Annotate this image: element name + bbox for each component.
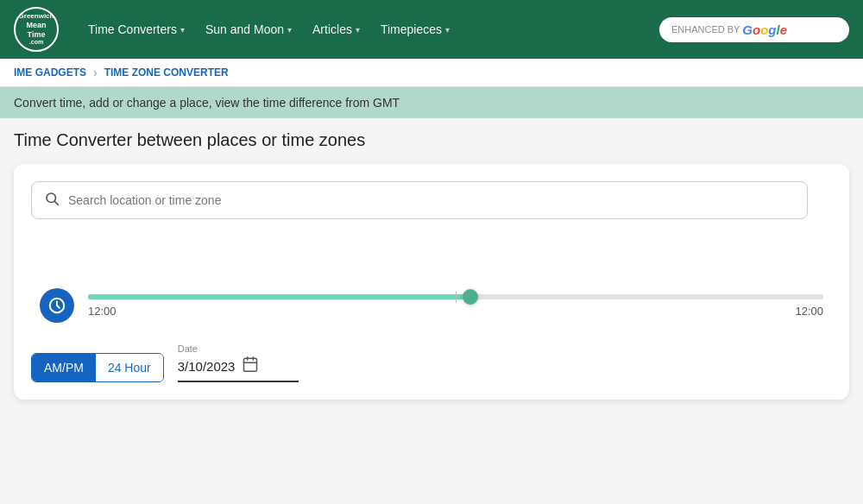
slider-track-wrap[interactable]: 12:00 12:00 [88, 294, 823, 318]
nav-item-time-converters[interactable]: Time Converters ▾ [79, 17, 193, 41]
nav-item-timepieces[interactable]: Timepieces ▾ [372, 17, 458, 41]
slider-thumb[interactable] [463, 289, 478, 305]
date-label: Date [178, 343, 299, 354]
calendar-icon[interactable] [242, 356, 259, 377]
main-nav: Time Converters ▾ Sun and Moon ▾ Article… [79, 17, 659, 41]
location-search-row [31, 181, 808, 219]
slider-fill [88, 294, 470, 299]
search-icon [44, 191, 60, 210]
logo-circle: Greenwich Mean Time .com [14, 7, 59, 52]
breadcrumb-current: TIME ZONE CONVERTER [104, 66, 229, 79]
page-title-area: Time Converter between places or time zo… [0, 118, 863, 157]
chevron-down-icon: ▾ [445, 25, 450, 35]
slider-track[interactable] [88, 294, 823, 299]
time-slider-area: 12:00 12:00 [31, 288, 832, 323]
location-search-input[interactable] [68, 193, 795, 207]
logo[interactable]: Greenwich Mean Time .com [14, 7, 59, 52]
date-field: Date 3/10/2023 [178, 343, 299, 382]
chevron-down-icon: ▾ [180, 25, 185, 35]
page-title: Time Converter between places or time zo… [14, 130, 849, 150]
slider-container: 12:00 12:00 [40, 288, 823, 323]
hour24-button[interactable]: 24 Hour [96, 354, 163, 381]
controls-row: AM/PM 24 Hour Date 3/10/2023 [31, 343, 832, 382]
clock-icon [47, 296, 66, 315]
svg-line-1 [54, 201, 58, 205]
nav-item-sun-moon[interactable]: Sun and Moon ▾ [197, 17, 300, 41]
date-input-row: 3/10/2023 [178, 356, 299, 382]
chevron-down-icon: ▾ [356, 25, 360, 35]
slider-right-label: 12:00 [795, 305, 823, 318]
time-format-toggle: AM/PM 24 Hour [31, 353, 164, 382]
svg-rect-3 [244, 358, 257, 371]
logo-text: Greenwich Mean Time .com [19, 12, 54, 47]
nav-item-articles[interactable]: Articles ▾ [304, 17, 369, 41]
slider-mid-tick [456, 291, 457, 303]
info-banner: Convert time, add or change a place, vie… [0, 87, 863, 118]
main-card: 12:00 12:00 AM/PM 24 Hour Date 3/10/2023 [14, 164, 849, 400]
slider-labels: 12:00 12:00 [88, 305, 823, 318]
header-search[interactable]: ENHANCED BY Google [659, 17, 849, 42]
breadcrumb: IME GADGETS › TIME ZONE CONVERTER [0, 59, 863, 87]
breadcrumb-separator: › [93, 66, 98, 79]
header: Greenwich Mean Time .com Time Converters… [0, 0, 863, 59]
slider-left-label: 12:00 [88, 305, 117, 318]
chevron-down-icon: ▾ [287, 25, 292, 35]
breadcrumb-home[interactable]: IME GADGETS [14, 66, 86, 79]
date-value: 3/10/2023 [178, 359, 236, 374]
google-brand: G [742, 22, 753, 37]
ampm-button[interactable]: AM/PM [32, 354, 96, 381]
clock-button[interactable] [40, 288, 74, 323]
